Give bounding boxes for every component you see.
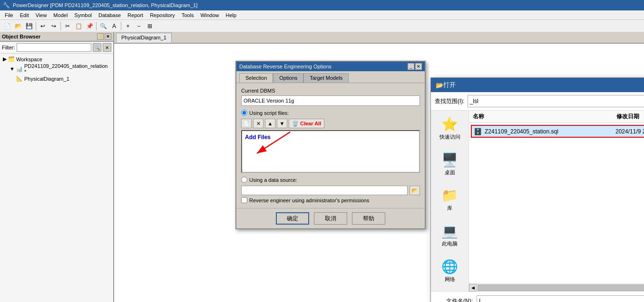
dialog-footer: 确定 取消 帮助: [236, 208, 425, 228]
toolbar-redo[interactable]: ↪: [49, 21, 59, 31]
network-icon: 🌐: [441, 259, 458, 274]
toolbar-cut[interactable]: ✂: [62, 21, 73, 31]
toolbar-sep-2: [60, 22, 61, 30]
admin-perm-checkbox[interactable]: [241, 197, 247, 203]
quick-access-item[interactable]: ⭐ 快速访问: [438, 114, 462, 142]
library-label: 库: [447, 205, 452, 212]
dialog-dre-close-btn[interactable]: ✕: [415, 63, 422, 70]
filename-value: I: [479, 298, 480, 302]
current-dbms-label: Current DBMS: [241, 88, 420, 94]
horizontal-scrollbar[interactable]: ◀ ▶: [469, 283, 644, 291]
menu-view[interactable]: View: [33, 11, 50, 19]
object-browser: Object Browser ⚡ ✕ Filter: 🔍 ✕ ▶ 🗂️ Work…: [0, 32, 114, 302]
panel-close-btn[interactable]: ✕: [105, 33, 111, 40]
network-item[interactable]: 🌐 网络: [439, 257, 460, 285]
network-label: 网络: [445, 276, 455, 283]
tree-model[interactable]: ▼ 📊 PD241109_220405_station_relation *: [9, 63, 111, 75]
dialog-dre[interactable]: Database Reverse Engineering Options _ ✕…: [235, 61, 426, 229]
panel-header: Object Browser ⚡ ✕: [0, 32, 113, 42]
desktop-item[interactable]: 🖥️ 桌面: [439, 150, 460, 178]
quick-access-icon: ⭐: [441, 116, 458, 132]
filter-label: Filter:: [2, 45, 15, 50]
add-file-btn[interactable]: 📄: [241, 119, 252, 128]
main-layout: Object Browser ⚡ ✕ Filter: 🔍 ✕ ▶ 🗂️ Work…: [0, 32, 644, 302]
radio-datasource[interactable]: [241, 177, 247, 183]
computer-item[interactable]: 💻 此电脑: [439, 221, 460, 249]
open-toolbar: 查找范围(I): _lsl ▼ ◀ 🔼 📁 ☰: [431, 92, 644, 111]
menu-file[interactable]: File: [2, 11, 16, 19]
filter-search-btn[interactable]: 🔍: [93, 43, 101, 52]
toolbar-find[interactable]: 🔍: [98, 21, 108, 31]
tree-workspace[interactable]: ▶ 🗂️ Workspace: [2, 56, 111, 63]
filter-row: Filter: 🔍 ✕: [0, 42, 113, 54]
computer-icon: 💻: [441, 223, 458, 239]
menu-repository[interactable]: Repository: [147, 11, 178, 19]
radio-script[interactable]: [241, 110, 247, 116]
dialog-dre-minimize-btn[interactable]: _: [408, 63, 414, 70]
datasource-browse-btn[interactable]: 📂: [410, 186, 420, 195]
filename-combo[interactable]: I ▼: [477, 295, 644, 302]
menu-symbol[interactable]: Symbol: [71, 11, 95, 19]
menu-tools[interactable]: Tools: [179, 11, 197, 19]
tab-physical-diagram[interactable]: PhysicalDiagram_1: [116, 33, 172, 43]
toolbar-zoom-out[interactable]: −: [134, 21, 144, 31]
ok-button[interactable]: 确定: [276, 212, 309, 225]
clear-all-btn[interactable]: 🗑️ Clear All: [289, 119, 324, 128]
library-icon: 📁: [441, 188, 458, 203]
toolbar-fit[interactable]: ⊞: [145, 21, 155, 31]
dialog-dre-title: Database Reverse Engineering Options: [239, 64, 332, 69]
datasource-input[interactable]: [241, 186, 408, 195]
move-up-btn[interactable]: ▲: [265, 119, 275, 128]
toolbar-save[interactable]: 💾: [24, 21, 34, 31]
computer-label: 此电脑: [442, 240, 458, 247]
tree-diagram-label: PhysicalDiagram_1: [24, 76, 69, 82]
scroll-thumb[interactable]: [478, 284, 644, 291]
open-right-panel: 名称 修改日期 类型 🗄️ Z241109_220405_station.sql…: [469, 111, 644, 291]
cancel-button[interactable]: 取消: [314, 212, 347, 225]
radio-datasource-label: Using a data source:: [249, 177, 297, 183]
tree-model-expand-icon: ▼: [10, 66, 15, 72]
filter-clear-btn[interactable]: ✕: [103, 43, 111, 52]
menu-database[interactable]: Database: [96, 11, 124, 19]
location-label: 查找范围(I):: [435, 97, 465, 105]
dbms-input[interactable]: [241, 95, 420, 106]
filter-input[interactable]: [17, 43, 92, 52]
radio-script-label: Using script files:: [249, 110, 289, 116]
menu-edit[interactable]: Edit: [17, 11, 32, 19]
dialog-open[interactable]: 📂 打开 ✕ 查找范围(I): _lsl ▼ ◀ 🔼 📁 ☰: [430, 77, 644, 302]
dialog-dre-content: Current DBMS Using script files: 📄 ✕ ▲ ▼…: [236, 83, 425, 208]
panel-title: Object Browser: [2, 34, 40, 39]
dialog-tab-selection[interactable]: Selection: [239, 73, 273, 83]
file-row-sql[interactable]: 🗄️ Z241109_220405_station.sql 2024/11/9 …: [471, 125, 644, 138]
dialog-tab-options[interactable]: Options: [273, 73, 303, 83]
title-bar: 🔧 PowerDesigner [PDM PD241109_220405_sta…: [0, 0, 644, 10]
quick-access-label: 快速访问: [439, 133, 460, 141]
sql-file-name: Z241109_220405_station.sql: [485, 128, 615, 135]
library-item[interactable]: 📁 库: [439, 186, 460, 214]
panel-float-btn[interactable]: ⚡: [97, 33, 104, 40]
filename-row: 文件名(N): I ▼ 打开(O): [435, 295, 644, 302]
toolbar-undo[interactable]: ↩: [38, 21, 48, 31]
toolbar-copy[interactable]: 📋: [73, 21, 84, 31]
location-combo[interactable]: _lsl ▼: [468, 95, 644, 107]
menu-report[interactable]: Report: [125, 11, 146, 19]
menu-window[interactable]: Window: [197, 11, 222, 19]
toolbar-text[interactable]: A: [109, 21, 119, 31]
remove-btn[interactable]: ✕: [253, 119, 263, 128]
toolbar-new[interactable]: 📄: [2, 21, 12, 31]
tree-diagram[interactable]: 📐 PhysicalDiagram_1: [15, 75, 111, 82]
toolbar-zoom-in[interactable]: +: [123, 21, 133, 31]
toolbar: 📄 📂 💾 ↩ ↪ ✂ 📋 📌 🔍 A + − ⊞: [0, 20, 644, 32]
script-files-list[interactable]: Add Files: [241, 130, 420, 173]
move-down-btn[interactable]: ▼: [277, 119, 287, 128]
help-button[interactable]: 帮助: [352, 212, 385, 225]
app-icon: 🔧: [3, 2, 10, 9]
col-date: 修改日期: [616, 113, 644, 121]
scroll-left-btn[interactable]: ◀: [469, 284, 477, 292]
panel-header-buttons: ⚡ ✕: [97, 33, 111, 40]
toolbar-open[interactable]: 📂: [13, 21, 23, 31]
toolbar-paste[interactable]: 📌: [84, 21, 95, 31]
menu-model[interactable]: Model: [50, 11, 70, 19]
dialog-tab-target-models[interactable]: Target Models: [303, 73, 349, 83]
menu-help[interactable]: Help: [223, 11, 240, 19]
